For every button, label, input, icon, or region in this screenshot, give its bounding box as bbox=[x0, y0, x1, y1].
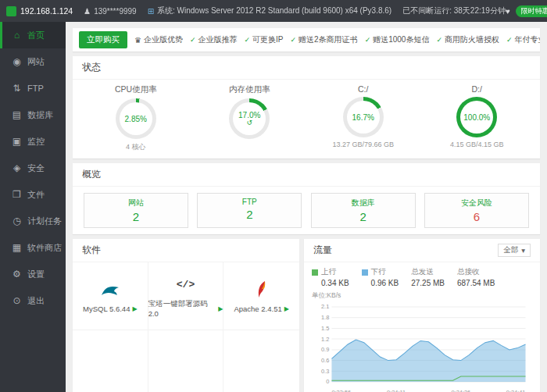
running-icon: ▶ bbox=[284, 305, 289, 312]
stat-total-sent: 总发送 27.25 MB bbox=[411, 267, 445, 287]
downstream-legend-swatch bbox=[362, 269, 368, 276]
check-icon: ✓ bbox=[245, 36, 251, 44]
appstore-icon: ▦ bbox=[12, 242, 22, 253]
software-item-apache[interactable]: Apache 2.4.51▶ bbox=[223, 262, 299, 330]
gauge-sub: 13.27 GB/79.66 GB bbox=[306, 141, 420, 149]
promo-item: ✓可更换IP bbox=[245, 34, 284, 45]
software-name: MySQL 5.6.44 bbox=[83, 305, 130, 313]
topbar-right: ♥ 限时特惠 免费版 Beta 7.5.0 [找Bug领宝塔币] 更新 修复 退… bbox=[506, 5, 547, 17]
sidebar-item-home[interactable]: ⌂首页 bbox=[0, 22, 66, 48]
windows-icon: ⊞ bbox=[148, 7, 154, 16]
total-sent-value: 27.25 MB bbox=[411, 279, 445, 287]
database-icon: ▤ bbox=[12, 109, 22, 120]
clock-icon: ◷ bbox=[12, 216, 22, 226]
check-icon: ✓ bbox=[436, 36, 442, 44]
gauge-value: 16.7% bbox=[352, 113, 374, 122]
main-content: 立即购买 ♛企业版优势 ✓企业版推荐 ✓可更换IP ✓赠送2条商用证书 ✓赠送1… bbox=[66, 22, 547, 392]
promo-badge[interactable]: 限时特惠 bbox=[516, 5, 547, 17]
check-icon: ✓ bbox=[365, 36, 371, 44]
account[interactable]: ♟ 139****9999 bbox=[84, 7, 136, 16]
sidebar-item-database[interactable]: ▤数据库 bbox=[0, 102, 66, 128]
sidebar-item-appstore[interactable]: ▦软件商店 bbox=[0, 234, 66, 261]
overview-ftp[interactable]: FTP2 bbox=[197, 193, 302, 228]
check-icon: ✓ bbox=[506, 36, 513, 44]
check-icon: ✓ bbox=[291, 36, 297, 44]
disk-c-gauge-block: C:/ 16.7% 13.27 GB/79.66 GB bbox=[306, 84, 420, 152]
sidebar-item-security[interactable]: ◈安全 bbox=[0, 155, 66, 181]
bt-logo-icon bbox=[6, 6, 16, 16]
traffic-title: 流量 bbox=[313, 244, 332, 257]
traffic-body: 上行 0.34 KB 下行 0.96 KB 总发送 27.25 MB 总接收 6… bbox=[304, 262, 540, 392]
sidebar-item-logout[interactable]: ⊙退出 bbox=[0, 287, 66, 314]
svg-text:0.6: 0.6 bbox=[321, 357, 329, 364]
upstream-legend-swatch bbox=[312, 269, 318, 276]
sidebar-item-ftp[interactable]: ⇅FTP bbox=[0, 75, 66, 102]
gauge-value: 2.85% bbox=[125, 115, 147, 123]
sidebar-item-cron[interactable]: ◷计划任务 bbox=[0, 208, 66, 234]
home-icon: ⌂ bbox=[12, 30, 22, 41]
stat-upstream: 上行 0.34 KB bbox=[312, 267, 349, 287]
gauge-label: 内存使用率 bbox=[193, 84, 307, 95]
brand[interactable]: 192.168.1.124 bbox=[0, 6, 73, 16]
overview-sites[interactable]: 网站2 bbox=[84, 193, 188, 228]
software-item-mysql[interactable]: MySQL 5.6.44▶ bbox=[73, 262, 148, 330]
status-body: CPU使用率 2.85% 4 核心 内存使用率 17.0%↺ C:/ bbox=[73, 80, 540, 159]
traffic-card-header: 流量 全部▾ bbox=[304, 239, 540, 262]
stat-downstream: 下行 0.96 KB bbox=[362, 267, 399, 287]
monitor-icon: ▣ bbox=[12, 136, 22, 147]
gauge-label: CPU使用率 bbox=[79, 84, 193, 95]
traffic-chart: 00.30.60.91.21.51.82.19:23:569:24:119:24… bbox=[312, 301, 532, 392]
software-item-deploy[interactable]: </> 宝塔一键部署源码 2.0▶ bbox=[148, 262, 224, 330]
ftp-icon: ⇅ bbox=[12, 83, 22, 94]
buy-now-button[interactable]: 立即购买 bbox=[79, 31, 127, 48]
gauge-sub bbox=[193, 142, 307, 151]
sidebar-item-sites[interactable]: ◉网站 bbox=[0, 48, 66, 75]
memory-gauge-block: 内存使用率 17.0%↺ bbox=[193, 84, 307, 152]
shield-icon: ◈ bbox=[12, 162, 22, 173]
mysql-icon bbox=[100, 280, 120, 300]
database-count: 2 bbox=[312, 210, 415, 223]
ftp-count: 2 bbox=[198, 208, 301, 221]
svg-text:0: 0 bbox=[326, 379, 329, 386]
crown-icon: ♛ bbox=[134, 36, 141, 45]
svg-text:1.5: 1.5 bbox=[321, 325, 329, 332]
code-icon: </> bbox=[177, 279, 195, 290]
software-empty-slot bbox=[223, 330, 299, 392]
bottom-row: 软件 MySQL 5.6.44▶ </> 宝塔一键部署源码 2.0▶ Apa bbox=[73, 239, 540, 392]
svg-text:2.1: 2.1 bbox=[321, 304, 329, 311]
promo-item-advantage: ♛企业版优势 bbox=[134, 34, 183, 45]
cpu-gauge[interactable]: 2.85% bbox=[116, 98, 156, 139]
heart-icon: ♥ bbox=[506, 7, 510, 16]
overview-databases[interactable]: 数据库2 bbox=[311, 193, 416, 228]
sidebar-item-settings[interactable]: ⚙设置 bbox=[0, 261, 66, 287]
total-received-value: 687.54 MB bbox=[457, 279, 495, 287]
software-name: 宝塔一键部署源码 2.0 bbox=[148, 299, 216, 318]
software-card-header: 软件 bbox=[73, 239, 299, 262]
sidebar-item-files[interactable]: ❐文件 bbox=[0, 181, 66, 208]
svg-text:0.9: 0.9 bbox=[321, 347, 329, 354]
status-title: 状态 bbox=[82, 61, 101, 74]
disk-c-gauge[interactable]: 16.7% bbox=[343, 97, 384, 137]
status-card: 状态 CPU使用率 2.85% 4 核心 内存使用率 17.0%↺ C:/ bbox=[73, 56, 540, 159]
interface-filter-dropdown[interactable]: 全部▾ bbox=[498, 244, 531, 257]
disk-d-gauge-block: D:/ 100.0% 4.15 GB/4.15 GB bbox=[420, 84, 534, 152]
gauge-sub: 4 核心 bbox=[79, 142, 193, 152]
traffic-stats: 上行 0.34 KB 下行 0.96 KB 总发送 27.25 MB 总接收 6… bbox=[312, 267, 532, 287]
user-icon: ♟ bbox=[84, 7, 91, 16]
status-card-header: 状态 bbox=[73, 56, 540, 80]
release-memory-icon[interactable]: ↺ bbox=[246, 119, 252, 127]
uptime-text: 已不间断运行: 38天22:19分钟 bbox=[402, 5, 506, 16]
svg-text:9:23:56: 9:23:56 bbox=[331, 389, 351, 392]
promo-item: ✓赠送1000条短信 bbox=[365, 34, 430, 45]
running-icon: ▶ bbox=[218, 305, 223, 312]
system-text: 系统: Windows Server 2012 R2 Standard (bui… bbox=[157, 5, 391, 16]
disk-d-gauge[interactable]: 100.0% bbox=[456, 97, 497, 137]
gear-icon: ⚙ bbox=[12, 269, 22, 280]
overview-security-risks[interactable]: 安全风险6 bbox=[424, 193, 529, 228]
gauge-label: D:/ bbox=[420, 84, 534, 94]
memory-gauge[interactable]: 17.0%↺ bbox=[229, 98, 270, 139]
gauge-sub: 4.15 GB/4.15 GB bbox=[420, 141, 534, 149]
overview-card: 概览 网站2 FTP2 数据库2 安全风险6 bbox=[73, 163, 540, 234]
globe-icon: ◉ bbox=[12, 56, 22, 67]
sidebar-item-monitor[interactable]: ▣监控 bbox=[0, 128, 66, 155]
